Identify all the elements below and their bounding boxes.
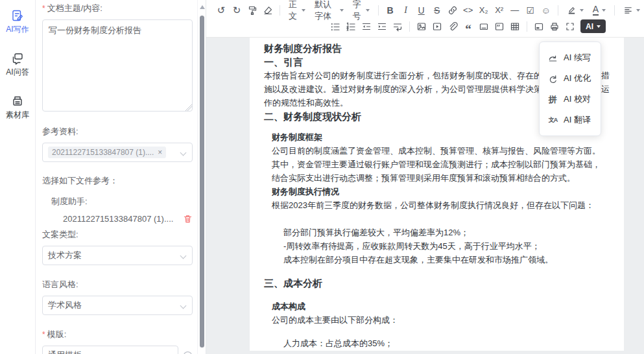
redo-icon[interactable]: ↻ xyxy=(230,3,244,18)
chevron-down-icon xyxy=(180,253,187,259)
ai-dropdown-button[interactable]: AI xyxy=(580,19,606,33)
chevron-down-icon xyxy=(180,150,187,156)
align-dropdown[interactable] xyxy=(619,3,644,18)
translate-icon: 文A xyxy=(548,115,558,125)
material-library-icon xyxy=(11,95,24,108)
panel-icon[interactable] xyxy=(532,19,546,34)
doc-line: 根据2023年前三季度的财务数据，公司整体财务制度执行情况良好，但存在以下问题： xyxy=(272,198,624,212)
font-family-dropdown[interactable]: 默认字体 xyxy=(311,3,347,18)
ai-writing-icon xyxy=(11,9,24,22)
doc-line: 成本控制在部分项目中存在超支现象，主要集中在研发和市场推广领域。 xyxy=(283,253,624,266)
line-wrap-icon[interactable] xyxy=(390,19,405,34)
chevron-down-icon xyxy=(302,9,305,12)
chevron-down-icon xyxy=(340,9,344,12)
reference-select[interactable]: 2021122715133847807 (1).... × xyxy=(42,143,193,162)
template-label: *模版: xyxy=(42,329,193,340)
ai-menu-item-optimize[interactable]: AI 优化 xyxy=(540,68,601,89)
reference-tag-text: 2021122715133847807 (1).... xyxy=(52,148,154,157)
annotation-icon[interactable] xyxy=(492,19,507,34)
chevron-down-icon xyxy=(602,9,606,12)
ai-menu-item-translate[interactable]: 文A AI 翻译 xyxy=(540,110,601,130)
sidebar: AI写作 AI问答 素材库 xyxy=(0,0,36,354)
font-size-dropdown[interactable]: 字号 xyxy=(349,3,374,18)
eraser-icon[interactable] xyxy=(261,3,275,18)
blockquote-icon[interactable]: “ xyxy=(461,19,475,34)
required-mark: * xyxy=(42,330,45,339)
doc-line: 成本构成 xyxy=(272,300,624,313)
file-picker-label: 选择如下文件参考： xyxy=(42,175,193,187)
doc-type-select[interactable]: 技术方案 xyxy=(42,246,193,265)
outdent-icon[interactable] xyxy=(359,19,374,34)
proofread-icon: 拼 xyxy=(548,95,558,104)
editor: ↺ ↻ 正文 默认字体 字号 B xyxy=(206,0,644,354)
sidebar-item-label: 素材库 xyxy=(6,110,29,121)
sidebar-item-material-library[interactable]: 素材库 xyxy=(0,95,35,121)
form-scrollbar[interactable] xyxy=(197,0,206,354)
editor-canvas: 财务制度分析报告 一、引言 本报告旨在对公司的财务制度进行全面分析，包括财务制度… xyxy=(206,38,644,354)
italic-button[interactable]: I xyxy=(399,3,413,18)
language-style-label: 语言风格: xyxy=(42,279,193,290)
attachment-icon[interactable] xyxy=(446,19,460,34)
template-select[interactable]: 通用模板 xyxy=(42,346,178,354)
ai-menu: AI 续写 AI 优化 拼 AI 校对 文A xyxy=(539,41,601,136)
chevron-down-icon xyxy=(580,9,584,12)
sidebar-item-label: AI写作 xyxy=(6,24,29,35)
underline-button[interactable]: U xyxy=(414,3,429,18)
ai-menu-item-proofread[interactable]: 拼 AI 校对 xyxy=(540,89,601,110)
video-icon[interactable] xyxy=(430,19,444,34)
file-group-label: 制度助手: xyxy=(51,196,193,207)
language-style-select[interactable]: 学术风格 xyxy=(42,296,193,315)
doc-type-label: 文案类型: xyxy=(42,229,193,241)
editor-toolbar: ↺ ↻ 正文 默认字体 字号 B xyxy=(206,0,644,38)
ordered-list-icon[interactable] xyxy=(344,19,358,34)
required-mark: * xyxy=(42,4,45,13)
check-circle-icon xyxy=(182,350,193,354)
file-name: 2021122715133847807 (1).... xyxy=(63,214,173,224)
format-painter-icon[interactable] xyxy=(245,3,259,18)
link-icon[interactable] xyxy=(446,3,460,18)
doc-line: 公司目前的制度涵盖了资金管理、成本控制、预算管理、核算与报告、风险管理等方面。 xyxy=(272,144,624,158)
image-icon[interactable] xyxy=(414,19,429,34)
chevron-down-icon xyxy=(636,9,640,12)
indent-icon[interactable] xyxy=(375,19,389,34)
optimize-icon xyxy=(548,74,558,84)
doc-line: 结合实际支出进行动态调整；预算管理则采用年度预算和滚动预算相结合的方式。 xyxy=(272,171,624,185)
sidebar-item-ai-writing[interactable]: AI写作 xyxy=(0,9,35,35)
paragraph-style-dropdown[interactable]: 正文 xyxy=(285,3,309,18)
continue-writing-icon xyxy=(548,53,558,63)
strikethrough-button[interactable]: S xyxy=(430,3,444,18)
code-icon[interactable]: <> xyxy=(461,3,475,18)
highlight-pen-icon[interactable] xyxy=(563,3,588,18)
doc-line: 财务制度执行情况 xyxy=(272,185,624,198)
ai-qa-icon xyxy=(11,52,24,65)
tag-close-icon[interactable]: × xyxy=(158,148,162,157)
subscript-icon[interactable]: X₂ xyxy=(477,3,491,18)
print-icon[interactable] xyxy=(547,19,562,34)
chevron-down-icon xyxy=(366,9,370,12)
frame-icon[interactable] xyxy=(477,19,491,34)
topic-input[interactable]: 写一份财务制度分析报告 xyxy=(42,19,193,112)
fullscreen-icon[interactable] xyxy=(563,19,577,34)
reference-tag: 2021122715133847807 (1).... × xyxy=(48,147,166,158)
delete-file-icon[interactable] xyxy=(183,214,193,224)
sidebar-item-label: AI问答 xyxy=(6,67,29,78)
doc-line: -周转效率有待提高，应收账款周转天数为45天，高于行业平均水平； xyxy=(283,239,624,253)
scrollbar-thumb[interactable] xyxy=(200,16,204,348)
table-icon[interactable] xyxy=(508,19,522,34)
emoji-icon[interactable]: ☺ xyxy=(539,3,553,18)
superscript-icon[interactable]: X² xyxy=(492,3,507,18)
todo-checkbox-icon[interactable]: ☑ xyxy=(523,3,538,18)
doc-line: 部分部门预算执行偏差较大，平均偏差率为12%； xyxy=(283,226,624,239)
form-panel: *文档主题/内容: 写一份财务制度分析报告 参考资料: 202112271513… xyxy=(36,0,206,354)
sidebar-item-ai-qa[interactable]: AI问答 xyxy=(0,52,35,78)
horizontal-rule-icon[interactable]: — xyxy=(508,3,522,18)
undo-icon[interactable]: ↺ xyxy=(214,3,228,18)
bold-button[interactable]: B xyxy=(383,3,398,18)
file-row: 2021122715133847807 (1).... xyxy=(63,214,193,224)
font-color-icon[interactable]: A xyxy=(589,3,610,18)
scroll-up-icon[interactable] xyxy=(200,5,205,9)
chevron-down-icon xyxy=(597,25,601,28)
bullet-list-icon[interactable] xyxy=(328,19,342,34)
doc-line: 人力成本：占总成本的35%； xyxy=(283,336,624,350)
ai-menu-item-continue[interactable]: AI 续写 xyxy=(540,47,601,68)
